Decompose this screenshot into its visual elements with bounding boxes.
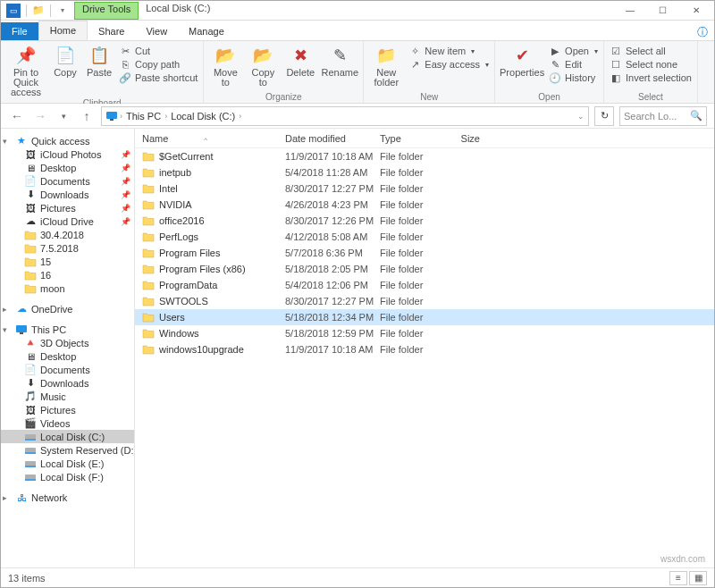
file-type: File folder (380, 312, 442, 323)
file-row[interactable]: $GetCurrent11/9/2017 10:18 AMFile folder (135, 148, 714, 164)
crumb-drive[interactable]: Local Disk (C:) (169, 111, 237, 122)
nav-quick-item-3[interactable]: ⬇Downloads📌 (1, 188, 134, 201)
nav-quick-item-4[interactable]: 🖼Pictures📌 (1, 201, 134, 214)
nav-network[interactable]: ▸🖧Network (1, 491, 134, 504)
refresh-button[interactable]: ↻ (594, 106, 614, 126)
tab-share[interactable]: Share (88, 22, 135, 40)
tab-view[interactable]: View (135, 22, 178, 40)
copy-path-button[interactable]: ⎘Copy path (119, 59, 198, 70)
address-dropdown-icon[interactable]: ⌄ (577, 112, 585, 121)
expand-icon[interactable]: ▸ (3, 305, 12, 314)
tab-file[interactable]: File (1, 22, 38, 40)
nav-onedrive[interactable]: ▸☁OneDrive (1, 302, 134, 315)
col-date[interactable]: Date modified (285, 133, 380, 144)
minimize-button[interactable]: — (614, 1, 646, 20)
paste-button[interactable]: 📋 Paste (85, 43, 114, 78)
nav-pc-item-2[interactable]: 📄Documents (1, 363, 134, 376)
nav-pc-item-0[interactable]: 🔺3D Objects (1, 336, 134, 349)
forward-button[interactable]: → (31, 109, 49, 123)
col-type[interactable]: Type (380, 133, 442, 144)
nav-quick-item-5[interactable]: ☁iCloud Drive📌 (1, 214, 134, 228)
nav-quick-item-8[interactable]: 15 (1, 255, 134, 268)
nav-pc-item-3[interactable]: ⬇Downloads (1, 376, 134, 390)
nav-quick-item-6[interactable]: 30.4.2018 (1, 228, 134, 241)
history-button[interactable]: 🕘History (549, 72, 598, 83)
file-row[interactable]: SWTOOLS8/30/2017 12:27 PMFile folder (135, 293, 714, 309)
ribbon-help-icon[interactable]: ⓘ (691, 25, 714, 40)
nav-quick-item-2[interactable]: 📄Documents📌 (1, 174, 134, 188)
svg-rect-7 (25, 452, 36, 454)
select-all-button[interactable]: ☑Select all (610, 46, 692, 56)
down-icon: ⬇ (24, 377, 37, 389)
file-row[interactable]: Users5/18/2018 12:34 PMFile folder (135, 309, 714, 325)
nav-pc-item-4[interactable]: 🎵Music (1, 390, 134, 403)
tab-home[interactable]: Home (38, 21, 88, 40)
edit-button[interactable]: ✎Edit (549, 59, 598, 70)
close-button[interactable]: ✕ (678, 1, 714, 20)
file-row[interactable]: Program Files5/7/2018 6:36 PMFile folder (135, 245, 714, 261)
expand-icon[interactable]: ▸ (3, 493, 12, 502)
tab-drive-tools[interactable]: Drive Tools (74, 2, 139, 20)
nav-pc-item-10[interactable]: Local Disk (F:) (1, 470, 134, 483)
file-row[interactable]: inetpub5/4/2018 11:28 AMFile folder (135, 164, 714, 181)
qat-dropdown-icon[interactable]: ▾ (56, 4, 69, 17)
address-bar[interactable]: › This PC › Local Disk (C:) › ⌄ (101, 106, 589, 126)
file-row[interactable]: windows10upgrade11/9/2017 10:18 AMFile f… (135, 341, 714, 357)
rename-button[interactable]: ✎ Rename (322, 43, 358, 78)
file-row[interactable]: ProgramData5/4/2018 12:06 PMFile folder (135, 277, 714, 293)
file-row[interactable]: Windows5/18/2018 12:59 PMFile folder (135, 325, 714, 341)
cut-button[interactable]: ✂Cut (119, 46, 198, 56)
col-name[interactable]: Name^ (135, 133, 285, 144)
open-button[interactable]: ▶Open▾ (549, 46, 598, 56)
delete-button[interactable]: ✖ Delete (284, 43, 316, 78)
new-folder-icon[interactable]: 📁 (32, 4, 45, 17)
properties-button[interactable]: ✔ Properties (500, 43, 543, 78)
nav-label: Pictures (40, 405, 76, 416)
col-size[interactable]: Size (442, 133, 487, 144)
nav-pc-item-7[interactable]: Local Disk (C:) (1, 430, 134, 443)
view-details-button[interactable]: ≡ (669, 571, 687, 585)
file-row[interactable]: PerfLogs4/12/2018 5:08 AMFile folder (135, 229, 714, 245)
nav-quick-access[interactable]: ▾★Quick access (1, 134, 134, 147)
file-row[interactable]: office20168/30/2017 12:26 PMFile folder (135, 213, 714, 229)
file-row[interactable]: Intel8/30/2017 12:27 PMFile folder (135, 181, 714, 197)
expand-icon[interactable]: ▾ (3, 137, 12, 146)
move-to-button[interactable]: 📂 Move to (209, 43, 241, 88)
nav-this-pc[interactable]: ▾This PC (1, 323, 134, 336)
nav-pc-item-5[interactable]: 🖼Pictures (1, 403, 134, 416)
new-folder-icon: 📁 (375, 45, 397, 66)
drive-icon (24, 458, 37, 469)
recent-dropdown[interactable]: ▾ (55, 112, 72, 121)
back-button[interactable]: ← (8, 109, 26, 123)
nav-quick-item-10[interactable]: moon (1, 281, 134, 295)
nav-label: Documents (40, 176, 90, 187)
crumb-thispc[interactable]: This PC (124, 111, 163, 122)
nav-quick-item-9[interactable]: 16 (1, 268, 134, 281)
file-row[interactable]: NVIDIA4/26/2018 4:23 PMFile folder (135, 197, 714, 213)
nav-pc-item-9[interactable]: Local Disk (E:) (1, 457, 134, 470)
copy-to-button[interactable]: 📂 Copy to (247, 43, 279, 88)
view-thumbnails-button[interactable]: ▦ (689, 571, 707, 585)
new-item-button[interactable]: ✧New item▾ (408, 46, 489, 56)
expand-icon[interactable]: ▾ (3, 325, 12, 334)
nav-pc-item-1[interactable]: 🖥Desktop (1, 349, 134, 363)
nav-pc-item-8[interactable]: System Reserved (D:) (1, 443, 134, 457)
maximize-button[interactable]: ☐ (646, 1, 678, 20)
folder-icon (142, 151, 155, 162)
paste-shortcut-button[interactable]: 🔗Paste shortcut (119, 72, 198, 83)
search-box[interactable]: Search Lo... 🔍 (619, 106, 707, 126)
up-button[interactable]: ↑ (78, 109, 96, 123)
nav-quick-item-0[interactable]: 🖼iCloud Photos📌 (1, 147, 134, 161)
nav-pc-item-6[interactable]: 🎬Videos (1, 416, 134, 430)
nav-quick-item-1[interactable]: 🖥Desktop📌 (1, 161, 134, 174)
tab-manage[interactable]: Manage (178, 22, 235, 40)
nav-label: Desktop (40, 163, 76, 173)
copy-button[interactable]: 📄 Copy (51, 43, 80, 78)
easy-access-button[interactable]: ↗Easy access▾ (408, 59, 489, 70)
nav-quick-item-7[interactable]: 7.5.2018 (1, 241, 134, 255)
file-row[interactable]: Program Files (x86)5/18/2018 2:05 PMFile… (135, 261, 714, 277)
new-folder-button[interactable]: 📁 New folder (369, 43, 403, 88)
select-none-button[interactable]: ☐Select none (610, 59, 692, 70)
invert-selection-button[interactable]: ◧Invert selection (610, 72, 692, 83)
pin-to-quick-button[interactable]: 📌 Pin to Quick access (6, 43, 46, 97)
